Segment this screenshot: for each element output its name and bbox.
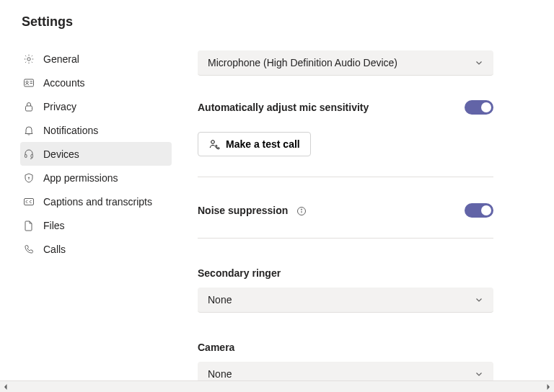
shield-icon	[23, 172, 35, 184]
settings-main-panel: Microphone (High Definition Audio Device…	[172, 14, 554, 380]
microphone-dropdown[interactable]: Microphone (High Definition Audio Device…	[198, 50, 493, 76]
captions-icon	[23, 196, 35, 208]
dropdown-value: None	[208, 294, 232, 306]
svg-point-10	[302, 209, 302, 210]
sidebar-item-devices[interactable]: Devices	[20, 142, 172, 166]
dropdown-value: None	[208, 368, 232, 380]
secondary-ringer-label: Secondary ringer	[198, 267, 525, 279]
sidebar-item-label: Files	[43, 220, 65, 231]
divider	[198, 238, 493, 239]
headset-icon	[23, 148, 35, 160]
auto-mic-sensitivity-label: Automatically adjust mic sensitivity	[198, 102, 369, 113]
secondary-ringer-dropdown[interactable]: None	[198, 288, 493, 313]
bell-icon	[23, 125, 35, 136]
auto-mic-sensitivity-toggle[interactable]	[465, 100, 493, 115]
svg-rect-4	[25, 154, 27, 157]
sidebar-item-accounts[interactable]: Accounts	[20, 71, 172, 94]
divider	[198, 177, 493, 177]
info-icon[interactable]	[296, 206, 307, 216]
sidebar-item-label: General	[43, 53, 79, 65]
sidebar-item-app-permissions[interactable]: App permissions	[20, 166, 172, 190]
dropdown-value: Microphone (High Definition Audio Device…	[208, 57, 397, 68]
sidebar-item-label: Devices	[43, 148, 79, 160]
chevron-down-icon	[475, 295, 483, 304]
svg-point-0	[27, 57, 30, 60]
sidebar-item-label: App permissions	[43, 172, 118, 184]
settings-sidebar: Settings General Accounts Privacy	[20, 14, 172, 380]
chevron-down-icon	[475, 58, 483, 67]
id-card-icon	[23, 77, 35, 89]
noise-suppression-label: Noise suppression	[198, 205, 307, 216]
page-title: Settings	[22, 14, 172, 30]
svg-point-8	[211, 141, 215, 144]
noise-suppression-toggle[interactable]	[465, 203, 493, 218]
scroll-right-button[interactable]	[542, 381, 554, 393]
sidebar-item-notifications[interactable]: Notifications	[20, 118, 172, 142]
camera-dropdown[interactable]: None	[198, 362, 493, 380]
svg-rect-5	[31, 154, 33, 157]
sidebar-item-files[interactable]: Files	[20, 213, 172, 237]
auto-mic-sensitivity-row: Automatically adjust mic sensitivity	[198, 100, 493, 115]
lock-icon	[23, 101, 35, 112]
svg-rect-7	[25, 198, 34, 205]
gear-icon	[23, 53, 35, 65]
sidebar-item-calls[interactable]: Calls	[20, 237, 172, 261]
camera-label: Camera	[198, 342, 525, 353]
file-icon	[23, 220, 35, 231]
phone-icon	[23, 244, 35, 255]
sidebar-item-privacy[interactable]: Privacy	[20, 94, 172, 118]
svg-point-6	[28, 177, 29, 177]
noise-suppression-row: Noise suppression	[198, 203, 493, 218]
button-label: Make a test call	[226, 138, 300, 150]
sidebar-item-label: Notifications	[43, 125, 98, 136]
scrollbar-track[interactable]	[12, 381, 542, 393]
sidebar-item-captions[interactable]: Captions and transcripts	[20, 190, 172, 213]
svg-rect-3	[26, 106, 32, 111]
scroll-left-button[interactable]	[0, 381, 12, 393]
svg-point-2	[26, 81, 28, 83]
horizontal-scrollbar[interactable]	[0, 380, 554, 392]
sidebar-item-general[interactable]: General	[20, 47, 172, 71]
make-test-call-button[interactable]: Make a test call	[198, 132, 311, 156]
person-call-icon	[208, 138, 220, 150]
sidebar-item-label: Accounts	[43, 77, 85, 89]
sidebar-item-label: Calls	[43, 244, 66, 255]
settings-nav: General Accounts Privacy Notifications	[20, 47, 172, 261]
sidebar-item-label: Privacy	[43, 101, 76, 112]
chevron-down-icon	[475, 370, 483, 378]
sidebar-item-label: Captions and transcripts	[43, 196, 152, 208]
